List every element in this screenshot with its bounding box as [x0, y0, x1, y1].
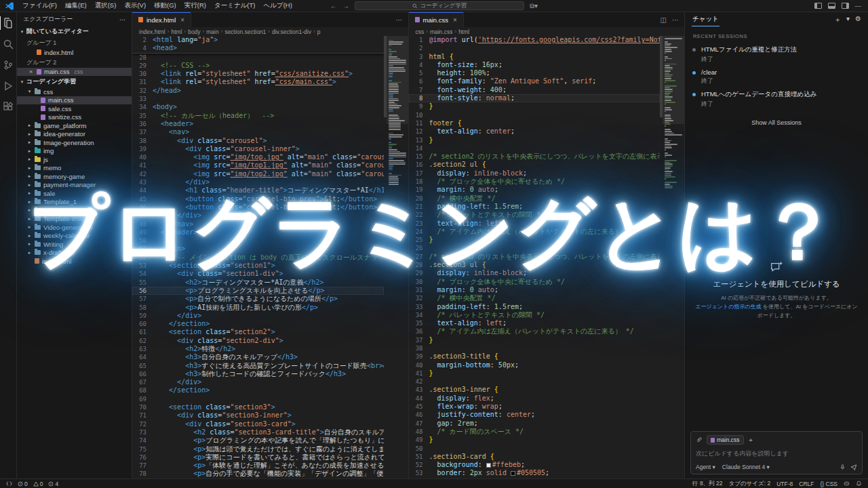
tree-folder-memo[interactable]: ▸memo — [17, 164, 132, 173]
chat-session-item[interactable]: /clear終了 — [685, 66, 868, 88]
tree-folder-js[interactable]: ▸js — [17, 155, 132, 164]
breadcrumb-item[interactable]: css — [416, 28, 425, 35]
chat-input-placeholder[interactable]: 次にビルドする内容を説明します — [696, 449, 857, 458]
open-editor-item[interactable]: ×main.csscss — [17, 68, 132, 77]
status-item[interactable]: UTF-8 — [776, 481, 793, 487]
tree-folder-css[interactable]: ▾css — [17, 87, 132, 96]
breadcrumb-item[interactable]: index.html — [139, 28, 165, 35]
tree-folder-Writing[interactable]: ▸Writing — [17, 240, 132, 249]
explorer-more-icon[interactable]: ⋯ — [119, 16, 125, 23]
new-chat-icon[interactable]: ＋ — [834, 15, 841, 24]
menu-item[interactable]: 選択(S) — [91, 1, 121, 9]
add-context-icon[interactable]: ＋ — [748, 436, 755, 445]
mode-picker[interactable]: Agent ▾ — [696, 464, 715, 470]
errors-indicator[interactable]: 0 — [18, 481, 28, 487]
breadcrumb-item[interactable]: main — [206, 28, 218, 35]
command-center-search[interactable]: コーディング学習 — [355, 1, 524, 10]
chevron-down-icon[interactable]: ▾ — [846, 15, 850, 24]
run-debug-icon[interactable] — [3, 81, 14, 92]
chat-settings-icon[interactable]: ⚙ — [855, 15, 861, 24]
tree-folder-memory-game[interactable]: ▸memory-game — [17, 172, 132, 181]
ports-indicator[interactable]: 4 — [48, 481, 58, 487]
voice-icon[interactable] — [840, 464, 846, 470]
send-icon[interactable] — [850, 464, 857, 470]
tree-folder-Video-generation[interactable]: ▸Video-generation — [17, 223, 132, 232]
close-tab-icon[interactable]: × — [453, 16, 457, 24]
breadcrumb-item[interactable]: body — [188, 28, 200, 35]
tree-file-main.css[interactable]: main.css — [17, 96, 132, 105]
explorer-icon[interactable] — [3, 18, 14, 28]
code-editor-index-html[interactable]: 2<html lang="ja">4<head>2829 <!-- CSS --… — [132, 36, 384, 479]
tree-folder-payment-manager[interactable]: ▸payment-manager — [17, 181, 132, 190]
chat-tab[interactable]: チャット — [692, 13, 719, 26]
close-tab-icon[interactable]: × — [180, 16, 184, 24]
toggle-panel-icon[interactable] — [828, 3, 835, 9]
search-icon[interactable] — [3, 39, 14, 49]
editor-action-icon[interactable]: ⋯ — [396, 16, 403, 24]
tab-main-css[interactable]: main.css × — [409, 12, 464, 27]
tab-index-html[interactable]: index.html × — [132, 12, 191, 27]
copilot-icon[interactable] — [844, 481, 850, 487]
open-editors-section[interactable]: ▾開いているエディター — [17, 26, 132, 37]
minimize-button[interactable]: — — [855, 2, 862, 9]
tree-folder-Template_1[interactable]: ▸Template_1 — [17, 198, 132, 207]
breadcrumb[interactable]: css›main.css›html — [409, 27, 685, 36]
show-all-sessions-link[interactable]: Show All Sessions — [685, 119, 868, 126]
menu-item[interactable]: 移動(G) — [150, 1, 180, 9]
status-item[interactable]: タブのサイズ: 2 — [729, 480, 771, 488]
nav-forward-icon[interactable]: → — [342, 2, 349, 9]
menu-item[interactable]: ヘルプ(H) — [260, 1, 296, 9]
agent-instructions-link[interactable]: エージェントの指示の生成 — [695, 304, 761, 310]
breadcrumb-item[interactable]: section.section1 — [224, 28, 266, 35]
editor-action-icon[interactable]: ◫ — [660, 16, 667, 24]
breadcrumb-item[interactable]: main.css — [430, 28, 453, 35]
nav-back-icon[interactable]: ← — [330, 2, 337, 9]
menu-item[interactable]: 表示(V) — [120, 1, 150, 9]
extensions-icon[interactable] — [3, 102, 14, 113]
breadcrumb-item[interactable]: html — [458, 28, 469, 35]
open-editor-item[interactable]: index.html — [17, 48, 132, 57]
chat-session-item[interactable]: HTMLファイルの重複と修正方法終了 — [685, 43, 868, 66]
tree-folder-idea-generator[interactable]: ▸idea-generator — [17, 130, 132, 139]
menu-item[interactable]: ターミナル(T) — [210, 1, 260, 9]
model-picker[interactable]: Claude Sonnet 4 ▾ — [722, 464, 770, 470]
toggle-secondary-sidebar-icon[interactable] — [842, 3, 849, 9]
status-item[interactable]: {} CSS — [820, 481, 837, 487]
tree-folder-game_platform[interactable]: ▸game_platform — [17, 121, 132, 130]
breadcrumb-item[interactable]: html — [171, 28, 182, 35]
menu-item[interactable]: 編集(E) — [61, 1, 91, 9]
menu-item[interactable]: 実行(R) — [180, 1, 210, 9]
chat-session-item[interactable]: HTMLへのゲームデータの直接埋め込み終了 — [685, 88, 868, 111]
minimap[interactable] — [663, 36, 684, 479]
tree-folder-weekly-calendar[interactable]: ▸weekly-calendar — [17, 232, 132, 241]
tree-folder-x-draft-app[interactable]: ▸x-draft-app — [17, 249, 132, 258]
breadcrumb-item[interactable]: p — [317, 28, 321, 35]
tree-file-index.html[interactable]: index.html — [17, 257, 132, 266]
tree-folder-sale[interactable]: ▸sale — [17, 189, 132, 198]
status-item[interactable]: 行 8、列 22 — [692, 480, 722, 488]
tree-folder-Template-image[interactable]: ▸Template-image — [17, 215, 132, 224]
context-chip-main-css[interactable]: main.css — [707, 435, 744, 445]
attach-icon[interactable] — [696, 436, 703, 443]
tree-file-sale.css[interactable]: sale.css — [17, 104, 132, 113]
tree-folder-Template_2[interactable]: ▸Template_2 — [17, 206, 132, 215]
warnings-indicator[interactable]: 0 — [33, 481, 43, 487]
tree-file-sanitize.css[interactable]: sanitize.css — [17, 113, 132, 122]
breadcrumb[interactable]: index.html›html›body›main›section.sectio… — [132, 27, 408, 36]
minimap[interactable] — [387, 36, 408, 479]
tree-folder-Image-generation[interactable]: ▸Image-generation — [17, 138, 132, 147]
remote-indicator[interactable] — [6, 481, 12, 487]
workspace-root[interactable]: ▾コーディング学習 — [17, 76, 132, 87]
toggle-sidebar-icon[interactable] — [814, 3, 822, 9]
editor-action-icon[interactable]: ⋯ — [672, 16, 679, 24]
tree-folder-img[interactable]: ▸img — [17, 147, 132, 156]
chat-input-box[interactable]: main.css ＋ 次にビルドする内容を説明します Agent ▾ Claud… — [690, 431, 863, 474]
code-editor-main-css[interactable]: 1@import url('https://fonts.googleapis.c… — [409, 36, 660, 479]
status-item[interactable]: CRLF — [799, 481, 814, 487]
close-icon[interactable]: × — [28, 68, 34, 75]
notifications-bell-icon[interactable] — [856, 481, 862, 487]
copilot-menu-icon[interactable]: ⧉▾ — [530, 2, 538, 10]
source-control-icon[interactable] — [3, 60, 14, 70]
menu-item[interactable]: ファイル(F) — [18, 1, 61, 9]
breadcrumb-item[interactable]: div.section1-div — [272, 28, 311, 35]
